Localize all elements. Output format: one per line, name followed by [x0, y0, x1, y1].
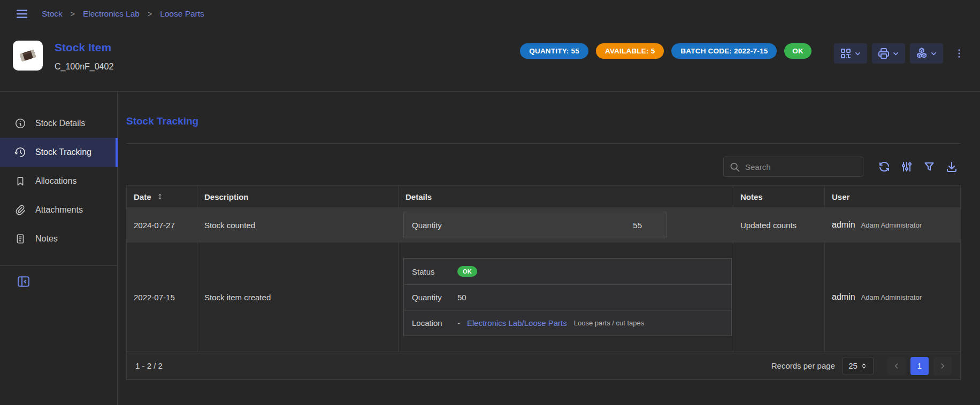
description-value: Stock counted — [204, 221, 255, 230]
more-actions-button[interactable] — [951, 43, 967, 64]
location-link[interactable]: Electronics Lab/Loose Parts — [467, 318, 567, 328]
sidebar-item-notes[interactable]: Notes — [0, 224, 117, 253]
filter-button[interactable] — [920, 158, 938, 176]
heading-divider — [126, 143, 961, 144]
status-badges: QUANTITY: 55 AVAILABLE: 5 BATCH CODE: 20… — [520, 43, 811, 59]
description-cell: Stock item created — [197, 243, 398, 352]
download-button[interactable] — [943, 158, 961, 176]
page-1-button[interactable]: 1 — [910, 357, 929, 375]
detail-row-quantity: Quantity 50 — [404, 284, 731, 310]
date-value: 2022-07-15 — [134, 293, 175, 302]
pagination: 1 — [887, 357, 952, 375]
sidebar-item-attachments[interactable]: Attachments — [0, 196, 117, 224]
user-full-name: Adam Administrator — [861, 293, 922, 301]
paperclip-icon — [14, 204, 26, 216]
status-ok-chip: OK — [457, 266, 477, 277]
page-title: Stock Item — [55, 41, 113, 54]
top-bar: Stock > Electronics Lab > Loose Parts — [0, 0, 980, 28]
sidebar-item-stock-details[interactable]: Stock Details — [0, 109, 117, 138]
part-thumbnail[interactable] — [13, 41, 43, 71]
previous-page-button[interactable] — [887, 357, 906, 375]
detail-label: Quantity — [404, 221, 457, 230]
search-box — [723, 157, 863, 177]
description-value: Stock item created — [204, 293, 271, 302]
detail-label: Status — [404, 267, 457, 276]
records-per-page-label: Records per page — [771, 361, 835, 370]
status-ok-badge: OK — [784, 43, 811, 59]
available-badge: AVAILABLE: 5 — [596, 43, 664, 59]
page-subtitle: C_100nF_0402 — [55, 62, 113, 72]
dash: - — [457, 318, 460, 328]
sort-icon — [156, 192, 164, 201]
qrcode-icon — [839, 47, 852, 60]
search-input[interactable] — [745, 162, 858, 172]
column-header-label: Notes — [740, 192, 763, 201]
barcode-actions-button[interactable] — [834, 43, 867, 64]
selector-icon — [860, 362, 868, 370]
stock-tracking-table: Date Description Details Notes User 2024… — [126, 185, 961, 380]
location-description: Loose parts / cut tapes — [574, 319, 645, 327]
user-name: admin — [832, 292, 855, 302]
history-icon — [14, 146, 26, 158]
breadcrumb-separator: > — [71, 10, 75, 18]
details-cell: Status OK Quantity 50 Location - Electro… — [398, 243, 733, 352]
user-full-name: Adam Administrator — [861, 221, 922, 229]
refresh-button[interactable] — [875, 158, 893, 176]
breadcrumb-stock[interactable]: Stock — [42, 9, 63, 19]
menu-icon[interactable] — [13, 5, 31, 23]
records-per-page-select[interactable]: 25 — [843, 357, 874, 375]
detail-label: Quantity — [404, 293, 457, 302]
column-header-label: Description — [204, 192, 249, 201]
user-cell: admin Adam Administrator — [824, 207, 960, 243]
sidebar-item-label: Notes — [35, 234, 58, 244]
description-cell: Stock counted — [197, 207, 398, 243]
sidebar-item-label: Stock Details — [35, 119, 85, 128]
breadcrumb-electronics-lab[interactable]: Electronics Lab — [83, 9, 140, 19]
print-actions-button[interactable] — [872, 43, 905, 64]
details-subtable: Status OK Quantity 50 Location - Electro… — [403, 258, 732, 336]
detail-value: 50 — [457, 293, 466, 302]
notes-icon — [14, 233, 26, 245]
detail-row-quantity: Quantity 55 — [404, 212, 666, 238]
column-header-details: Details — [398, 186, 733, 207]
detail-value: 55 — [457, 221, 666, 230]
table-row[interactable]: 2024-07-27 Stock counted Quantity 55 Upd… — [127, 207, 960, 243]
sidebar-item-label: Stock Tracking — [35, 147, 91, 157]
table-header-row: Date Description Details Notes User — [127, 186, 960, 207]
column-header-label: User — [832, 192, 849, 201]
sidebar-collapse-button[interactable] — [16, 274, 31, 289]
breadcrumb-loose-parts[interactable]: Loose Parts — [160, 9, 204, 19]
table-row[interactable]: 2022-07-15 Stock item created Status OK … — [127, 243, 960, 352]
table-footer: 1 - 2 / 2 Records per page 25 1 — [127, 352, 960, 379]
filter-icon — [923, 160, 936, 173]
column-header-user: User — [824, 186, 960, 207]
sidebar-item-allocations[interactable]: Allocations — [0, 167, 117, 196]
main-panel: Stock Tracking — [118, 92, 980, 405]
sidebar-item-label: Attachments — [35, 205, 83, 215]
column-header-description: Description — [197, 186, 398, 207]
records-per-page-value: 25 — [848, 361, 858, 370]
table-toolbar — [126, 157, 961, 177]
sidebar-item-stock-tracking[interactable]: Stock Tracking — [0, 138, 117, 167]
column-header-date[interactable]: Date — [127, 186, 197, 207]
column-header-notes: Notes — [733, 186, 824, 207]
record-range: 1 - 2 / 2 — [135, 361, 163, 370]
chevron-right-icon — [938, 362, 947, 370]
stock-actions-button[interactable] — [910, 43, 943, 64]
date-cell: 2024-07-27 — [127, 207, 197, 243]
printer-icon — [877, 47, 890, 60]
notes-cell — [733, 243, 824, 352]
sidebar-item-label: Allocations — [35, 176, 76, 186]
section-heading: Stock Tracking — [126, 115, 961, 127]
header-actions — [834, 43, 967, 64]
info-icon — [14, 118, 26, 129]
user-cell: admin Adam Administrator — [824, 243, 960, 352]
stock-cubes-icon — [915, 47, 928, 60]
next-page-button[interactable] — [933, 357, 952, 375]
detail-row-location: Location - Electronics Lab/Loose Parts L… — [404, 310, 731, 336]
chevron-left-icon — [892, 362, 901, 370]
notes-value: Updated counts — [740, 221, 797, 230]
column-settings-button[interactable] — [898, 158, 916, 176]
batch-code-badge: BATCH CODE: 2022-7-15 — [671, 43, 777, 59]
detail-row-status: Status OK — [404, 259, 731, 284]
